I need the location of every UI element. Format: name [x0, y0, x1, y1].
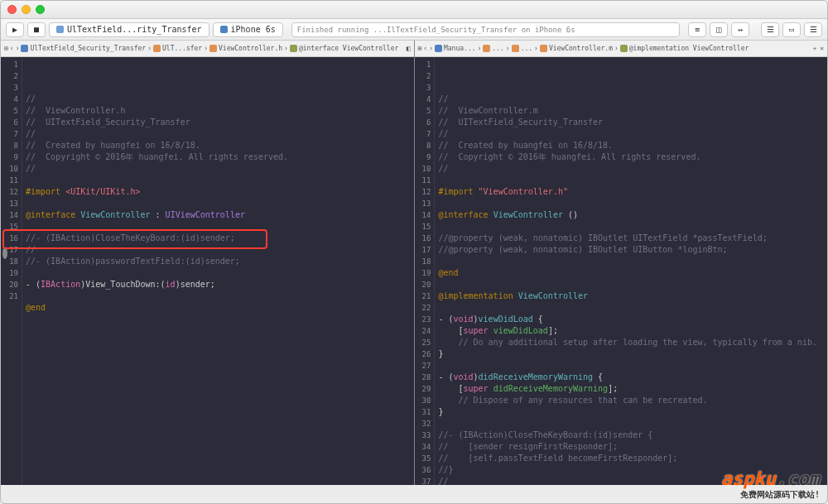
line-number[interactable]: 6 — [415, 117, 431, 128]
close-assistant-icon[interactable]: ✕ — [820, 45, 824, 52]
line-number[interactable]: 19 — [415, 267, 431, 279]
related-icon[interactable]: ⊞ — [4, 45, 8, 52]
line-number[interactable]: 1 — [1, 59, 18, 70]
crumb-segment[interactable]: ViewController.h — [219, 45, 282, 52]
editor-assistant-button[interactable]: ◫ — [710, 22, 728, 37]
line-number[interactable]: 5 — [1, 105, 18, 117]
related-icon[interactable]: ⊞ — [418, 45, 422, 52]
code-line[interactable]: // Created by huangfei on 16/8/18. — [26, 140, 414, 151]
code-line[interactable] — [438, 302, 827, 314]
code-line[interactable]: // [self.passTextField becomeFirstRespon… — [438, 453, 827, 464]
code-line[interactable] — [438, 418, 827, 430]
code-line[interactable]: //- (IBAction)passwordTextField:(id)send… — [26, 256, 414, 267]
code-line[interactable]: //- (IBAction)CloseTheKeyBoard:(id)sende… — [438, 430, 827, 441]
code-line[interactable]: @interface ViewController () — [438, 209, 827, 221]
toggle-utilities-button[interactable]: ☰ — [804, 22, 822, 37]
line-number[interactable]: 11 — [1, 175, 18, 186]
breakpoint-indicator[interactable] — [2, 247, 7, 259]
code-line[interactable]: // — [26, 94, 414, 105]
editor-standard-button[interactable]: ≡ — [688, 22, 706, 37]
line-number[interactable]: 9 — [415, 151, 431, 163]
line-number[interactable]: 14 — [1, 209, 18, 221]
line-number[interactable]: 15 — [415, 221, 431, 233]
crumb-segment[interactable]: @interface ViewController — [299, 45, 398, 52]
line-number[interactable]: 7 — [1, 128, 18, 140]
code-line[interactable] — [438, 175, 827, 186]
code-line[interactable] — [26, 325, 414, 337]
scheme-selector[interactable]: UlTextField...rity_Transfer — [49, 22, 209, 37]
code-line[interactable] — [438, 256, 827, 267]
code-line[interactable]: } — [438, 348, 827, 360]
code-line[interactable]: // — [26, 128, 414, 140]
code-line[interactable] — [26, 267, 414, 279]
left-code[interactable]: //// ViewController.h// UITextField_Secu… — [22, 57, 414, 485]
code-line[interactable]: // — [438, 94, 827, 105]
code-line[interactable]: [super viewDidLoad]; — [438, 325, 827, 337]
left-jumpbar[interactable]: ⊞ ‹ › UlTextField_Security_Transfer›UlT.… — [1, 41, 414, 57]
line-number[interactable]: 33 — [415, 430, 431, 441]
code-line[interactable]: // UITextField_Security_Transfer — [438, 117, 827, 128]
line-number[interactable]: 32 — [415, 418, 431, 430]
line-number[interactable]: 34 — [415, 441, 431, 453]
line-number[interactable]: 24 — [415, 325, 431, 337]
line-number[interactable]: 18 — [415, 256, 431, 267]
code-line[interactable]: // ViewController.m — [438, 105, 827, 117]
line-number[interactable]: 14 — [415, 209, 431, 221]
jump-close-icon[interactable]: ◧ — [407, 45, 411, 52]
crumb-segment[interactable]: ViewController.m — [549, 45, 613, 52]
line-number[interactable]: 12 — [415, 186, 431, 198]
code-line[interactable]: // — [26, 244, 414, 256]
editor-version-button[interactable]: ↔ — [731, 22, 749, 37]
line-number[interactable]: 23 — [415, 314, 431, 325]
line-number[interactable]: 22 — [415, 302, 431, 314]
line-number[interactable]: 8 — [1, 140, 18, 151]
code-line[interactable]: #import <UIKit/UIKit.h> — [26, 186, 414, 198]
line-number[interactable]: 16 — [1, 233, 18, 244]
crumb-segment[interactable]: @implementation ViewController — [629, 45, 749, 52]
code-line[interactable]: @end — [26, 302, 414, 314]
crumb-segment[interactable]: Manua... — [444, 45, 476, 52]
code-line[interactable]: // Do any additional setup after loading… — [438, 337, 827, 348]
back-icon[interactable]: ‹ — [423, 45, 427, 52]
code-line[interactable]: // Copyright © 2016年 huangfei. All right… — [438, 151, 827, 163]
back-icon[interactable]: ‹ — [10, 45, 14, 52]
left-editor[interactable]: 123456789101112131415161718192021 //// V… — [1, 57, 414, 485]
line-number[interactable]: 4 — [415, 94, 431, 105]
line-number[interactable]: 11 — [415, 175, 431, 186]
line-number[interactable]: 28 — [415, 372, 431, 383]
run-button[interactable]: ▶ — [6, 22, 24, 37]
line-number[interactable]: 12 — [1, 186, 18, 198]
line-number[interactable]: 7 — [415, 128, 431, 140]
code-line[interactable]: // — [26, 163, 414, 175]
code-line[interactable]: // ViewController.h — [26, 105, 414, 117]
code-line[interactable]: //@property (weak, nonatomic) IBOutlet U… — [438, 244, 827, 256]
code-line[interactable]: // UITextField_Security_Transfer — [26, 117, 414, 128]
crumb-segment[interactable]: UlT...sfer — [162, 45, 202, 52]
code-line[interactable]: } — [438, 406, 827, 418]
close-icon[interactable] — [7, 5, 17, 14]
code-line[interactable] — [438, 221, 827, 233]
line-number[interactable]: 30 — [415, 395, 431, 406]
forward-icon[interactable]: › — [16, 45, 20, 52]
line-number[interactable]: 13 — [415, 198, 431, 209]
line-number[interactable]: 25 — [415, 337, 431, 348]
right-gutter[interactable]: 1234567891011121314151617181920212223242… — [415, 57, 436, 485]
line-number[interactable]: 13 — [1, 198, 18, 209]
line-number[interactable]: 20 — [415, 279, 431, 290]
right-jumpbar[interactable]: ⊞ ‹ › Manua...›...›...›ViewController.m›… — [415, 41, 828, 57]
stop-button[interactable]: ■ — [27, 22, 46, 37]
line-number[interactable]: 29 — [415, 383, 431, 395]
device-selector[interactable]: iPhone 6s — [213, 22, 283, 37]
line-number[interactable]: 19 — [1, 267, 18, 279]
line-number[interactable]: 2 — [415, 70, 431, 82]
code-line[interactable]: @implementation ViewController — [438, 290, 827, 302]
code-line[interactable]: //@property (weak, nonatomic) IBOutlet U… — [438, 233, 827, 244]
zoom-icon[interactable] — [36, 5, 45, 14]
code-line[interactable]: // [sender resignFirstResponder]; — [438, 441, 827, 453]
code-line[interactable]: - (IBAction)View_TouchDown:(id)sender; — [26, 279, 414, 290]
line-number[interactable]: 6 — [1, 117, 18, 128]
right-code[interactable]: //// ViewController.m// UITextField_Secu… — [435, 57, 827, 485]
toggle-debug-button[interactable]: ▭ — [782, 22, 801, 37]
line-number[interactable]: 15 — [1, 221, 18, 233]
line-number[interactable]: 21 — [1, 290, 18, 302]
